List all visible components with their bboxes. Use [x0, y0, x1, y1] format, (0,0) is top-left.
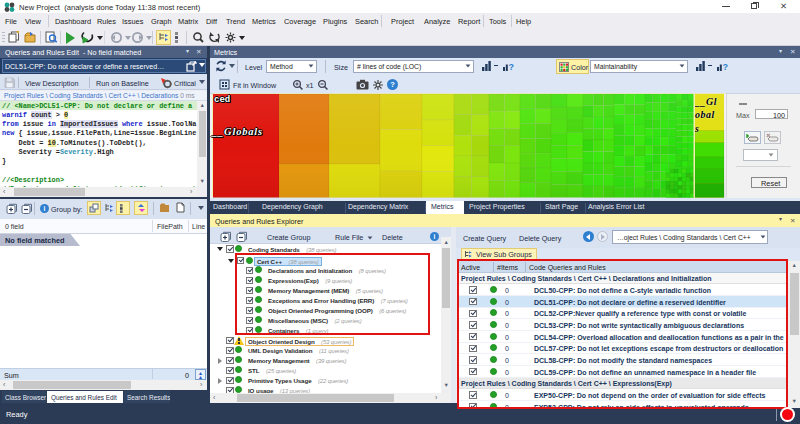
svg-text:?: ?	[723, 62, 729, 72]
svg-text:?: ?	[509, 62, 515, 72]
